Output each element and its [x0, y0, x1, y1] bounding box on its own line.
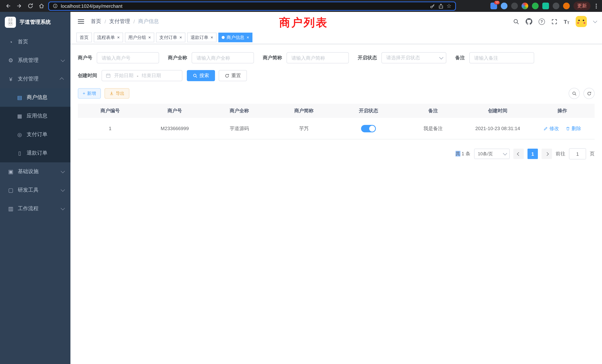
- sidebar-item-merchant-info[interactable]: ▤ 商户信息: [0, 88, 70, 107]
- target-icon: ◎: [16, 132, 23, 138]
- close-icon[interactable]: ×: [211, 35, 213, 40]
- calendar-icon: [106, 73, 111, 78]
- create-time-label: 创建时间: [78, 72, 97, 79]
- extension-icon-1[interactable]: 10: [490, 3, 497, 9]
- page-size-select[interactable]: 10条/页: [474, 149, 510, 159]
- close-icon[interactable]: ×: [247, 35, 249, 40]
- close-icon[interactable]: ×: [148, 35, 151, 40]
- sidebar-item-app-info[interactable]: ▦ 应用信息: [0, 107, 70, 125]
- tab-home[interactable]: 首页: [76, 33, 92, 42]
- refresh-table-button[interactable]: [583, 88, 595, 99]
- user-avatar[interactable]: [576, 16, 587, 27]
- status-select[interactable]: 请选择开启状态: [381, 52, 446, 63]
- chevron-down-icon: [503, 151, 507, 156]
- topbar: 首页 / 支付管理 / 商户信息 商户列表 ?: [70, 12, 602, 31]
- font-size-icon[interactable]: TT: [564, 18, 569, 25]
- search-icon[interactable]: [513, 18, 519, 25]
- chevron-down-icon: [61, 206, 65, 210]
- extension-icon-3[interactable]: [511, 3, 518, 9]
- export-button[interactable]: 导出: [105, 88, 129, 99]
- extension-icon-2[interactable]: [501, 3, 507, 9]
- col-merchant-no: 商户号: [142, 104, 207, 118]
- browser-forward-icon[interactable]: [15, 1, 24, 10]
- browser-back-icon[interactable]: [4, 1, 13, 10]
- merchant-no-input[interactable]: [97, 52, 159, 63]
- close-icon[interactable]: ×: [117, 35, 120, 40]
- refresh-icon: [225, 73, 229, 78]
- url-bar[interactable]: localhost:1024/pay/merchant ☆: [48, 1, 456, 11]
- add-button[interactable]: + 新增: [78, 88, 101, 99]
- site-info-icon[interactable]: [53, 3, 58, 9]
- cell-create-time: 2021-10-23 08:31:14: [465, 118, 530, 139]
- col-merchant-id: 商户编号: [78, 104, 142, 118]
- sidebar-item-devtools[interactable]: ▢ 研发工具: [0, 181, 70, 199]
- sidebar-item-infra[interactable]: ▣ 基础设施: [0, 162, 70, 181]
- app-logo[interactable]: 芋道管理系统: [0, 12, 70, 33]
- sidebar-item-pay-order[interactable]: ◎ 支付订单: [0, 125, 70, 144]
- status-toggle[interactable]: [361, 125, 376, 132]
- yen-icon: ¥: [7, 76, 14, 82]
- delete-link[interactable]: 删除: [566, 125, 581, 132]
- sidebar-item-payment[interactable]: ¥ 支付管理: [0, 70, 70, 88]
- github-icon[interactable]: [526, 18, 532, 25]
- chevron-left-icon: [517, 152, 520, 156]
- browser-menu-icon[interactable]: [594, 3, 598, 8]
- tab-refund-order[interactable]: 退款订单 ×: [187, 33, 216, 42]
- browser-update-button[interactable]: 更新: [573, 1, 591, 10]
- sidebar-item-workflow[interactable]: ▥ 工作流程: [0, 199, 70, 218]
- browser-home-icon[interactable]: [37, 1, 46, 10]
- cell-remark: 我是备注: [401, 118, 466, 139]
- tab-process-form[interactable]: 流程表单 ×: [94, 33, 123, 42]
- browser-reload-icon[interactable]: [26, 1, 35, 10]
- next-page-button[interactable]: [542, 149, 552, 159]
- extension-icon-6[interactable]: [542, 3, 549, 9]
- extension-icon-7[interactable]: [553, 3, 559, 9]
- tags-view-bar: 首页 流程表单 × 用户分组 × 支付订单 × 退款订单 ×: [70, 31, 602, 44]
- sidebar-item-system[interactable]: ⚙ 系统管理: [0, 51, 70, 70]
- app-title: 芋道管理系统: [20, 19, 51, 26]
- reset-button[interactable]: 重置: [219, 70, 247, 81]
- chevron-down-icon: [61, 58, 65, 62]
- breadcrumb-current: 商户信息: [138, 18, 159, 25]
- full-name-input[interactable]: [192, 52, 254, 63]
- red-annotation: 商户列表: [279, 15, 328, 30]
- tab-merchant-info[interactable]: 商户信息 ×: [218, 33, 252, 42]
- remark-input[interactable]: [469, 52, 534, 63]
- tab-pay-order[interactable]: 支付订单 ×: [156, 33, 185, 42]
- breadcrumb-payment[interactable]: 支付管理: [109, 18, 130, 25]
- tab-user-group[interactable]: 用户分组 ×: [125, 33, 154, 42]
- payment-submenu: ▤ 商户信息 ▦ 应用信息 ◎ 支付订单 ▯ 退款订单: [0, 88, 70, 162]
- avatar-caret-icon[interactable]: [593, 19, 597, 23]
- profile-avatar[interactable]: [563, 3, 570, 9]
- breadcrumb-home[interactable]: 首页: [91, 18, 101, 25]
- goto-label: 前往: [556, 150, 565, 157]
- chevron-right-icon: [545, 152, 549, 156]
- page-number-1[interactable]: 1: [527, 149, 538, 159]
- password-key-icon[interactable]: [430, 3, 435, 9]
- sidebar-item-refund-order[interactable]: ▯ 退款订单: [0, 144, 70, 162]
- sidebar-toggle-icon[interactable]: [76, 18, 86, 25]
- url-text: localhost:1024/pay/merchant: [61, 3, 122, 9]
- merchant-no-label: 商户号: [78, 54, 92, 61]
- fullscreen-icon[interactable]: [551, 18, 557, 25]
- short-name-input[interactable]: [287, 52, 349, 63]
- extension-badge: 10: [494, 1, 500, 4]
- search-button[interactable]: 搜索: [187, 70, 215, 81]
- prev-page-button[interactable]: [513, 149, 524, 159]
- extension-icon-5[interactable]: [532, 3, 539, 9]
- create-time-range-picker[interactable]: 开始日期 - 结束日期: [102, 70, 182, 81]
- hide-search-button[interactable]: [569, 88, 580, 99]
- share-icon[interactable]: [438, 3, 443, 9]
- plus-icon: +: [83, 91, 85, 96]
- cell-merchant-id: 1: [78, 118, 142, 139]
- close-icon[interactable]: ×: [179, 35, 182, 40]
- edit-link[interactable]: 修改: [543, 125, 559, 132]
- logo-avatar: [5, 17, 16, 28]
- extension-icon-4[interactable]: [522, 3, 528, 9]
- goto-page-input[interactable]: [569, 148, 586, 159]
- bookmark-star-icon[interactable]: ☆: [447, 3, 452, 9]
- help-icon[interactable]: ?: [538, 18, 545, 25]
- sidebar-item-home[interactable]: ◔ 首页: [0, 33, 70, 51]
- flow-icon: ▥: [7, 205, 14, 212]
- screen: localhost:1024/pay/merchant ☆ 10 更新: [0, 0, 602, 364]
